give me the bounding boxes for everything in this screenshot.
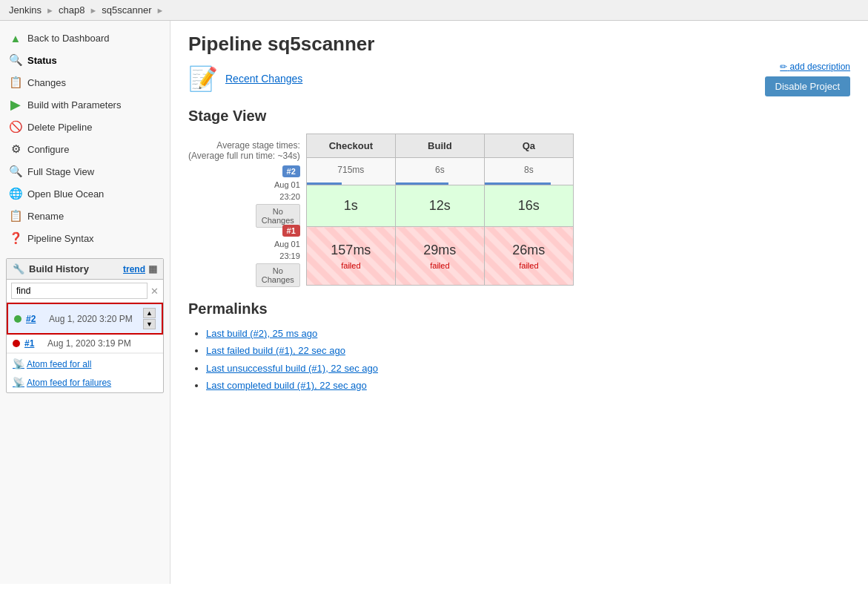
- disable-project-button[interactable]: Disable Project: [765, 76, 850, 96]
- atom-feed-all-link[interactable]: 📡 Atom feed for all: [13, 358, 91, 369]
- build-history-panel: 🔧 Build History trend ▦ ✕ #2 Aug 1, 2020…: [6, 258, 164, 393]
- sidebar-label-status: Status: [27, 55, 57, 66]
- build-arrow-up-2[interactable]: ▲: [143, 308, 156, 318]
- clear-find-icon[interactable]: ✕: [150, 286, 159, 297]
- stage-col-checkout: Checkout: [306, 134, 395, 158]
- notepad-icon: 📝: [188, 65, 218, 93]
- build-status-dot-2: [14, 315, 21, 323]
- build-status-dot-1: [13, 340, 20, 347]
- trend-link[interactable]: trend: [123, 264, 145, 274]
- avg-full-run: (Average full run time: ~34s): [188, 151, 300, 161]
- sidebar-item-configure[interactable]: ⚙ Configure: [0, 138, 170, 160]
- breadcrumb-bar: Jenkins ► chap8 ► sq5scanner ►: [0, 0, 868, 21]
- build1-qa-failed: failed: [497, 261, 561, 270]
- build2-checkout-cell[interactable]: 1s: [306, 185, 395, 227]
- build-arrow-down-2[interactable]: ▼: [143, 319, 156, 329]
- build1-time: 23:19: [279, 251, 300, 260]
- build-num-link-1[interactable]: #1: [24, 338, 43, 349]
- build1-no-changes: NoChanges: [256, 263, 300, 287]
- stage-col-build: Build: [395, 134, 484, 158]
- atom-all-label: Atom feed for all: [27, 359, 91, 369]
- build-history-icon: 🔧: [13, 263, 24, 274]
- build1-info-cell: #1 Aug 01 23:19 NoChanges: [188, 226, 306, 286]
- breadcrumb-sq5scanner[interactable]: sq5scanner: [102, 4, 151, 16]
- stage-table: Checkout Build Qa 715ms 6s: [306, 134, 574, 286]
- avg-checkout: 715ms: [306, 158, 395, 185]
- build2-info-cell: #2 Aug 01 23:20 NoChanges: [188, 167, 306, 226]
- atom-all-icon: 📡: [13, 358, 24, 369]
- build1-checkout-failed: failed: [319, 261, 383, 270]
- build2-qa-cell[interactable]: 16s: [484, 185, 573, 227]
- full-stage-icon: 🔍: [9, 165, 22, 178]
- changes-icon: 📋: [9, 76, 22, 89]
- stage-left-info: Average stage times: (Average full run t…: [188, 134, 306, 286]
- build-date-1: Aug 1, 2020 3:19 PM: [47, 338, 157, 349]
- find-input[interactable]: [11, 283, 148, 299]
- build1-checkout-val: 157ms: [331, 243, 371, 257]
- build2-checkout-val: 1s: [344, 198, 358, 213]
- build2-time: 23:20: [279, 192, 300, 201]
- breadcrumb-sep-1: ►: [46, 6, 54, 15]
- recent-changes-link[interactable]: Recent Changes: [225, 73, 302, 85]
- sidebar-item-full-stage-view[interactable]: 🔍 Full Stage View: [0, 160, 170, 182]
- build2-build-cell[interactable]: 12s: [395, 185, 484, 227]
- permalinks-list: Last build (#2), 25 ms ago Last failed b…: [188, 325, 850, 395]
- sidebar-item-rename[interactable]: 📋 Rename: [0, 205, 170, 227]
- stage-view-container: Average stage times: (Average full run t…: [188, 134, 850, 286]
- home-icon: ▲: [9, 31, 22, 45]
- atom-failures-label: Atom feed for failures: [27, 378, 111, 388]
- sidebar-item-pipeline-syntax[interactable]: ❓ Pipeline Syntax: [0, 227, 170, 249]
- build-icon: ▶: [9, 98, 22, 111]
- add-description-label: add description: [790, 62, 850, 72]
- build2-tag: #2: [282, 165, 300, 177]
- stage-view-title: Stage View: [188, 108, 850, 125]
- pipeline-syntax-icon: ❓: [9, 231, 22, 245]
- build1-qa-val: 26ms: [512, 243, 545, 257]
- breadcrumb-chap8[interactable]: chap8: [59, 4, 85, 16]
- sidebar-item-delete-pipeline[interactable]: 🚫 Delete Pipeline: [0, 116, 170, 138]
- permalink-link-2[interactable]: Last unsuccessful build (#1), 22 sec ago: [206, 363, 378, 374]
- delete-icon: 🚫: [9, 120, 22, 134]
- sidebar-label-back-to-dashboard: Back to Dashboard: [27, 33, 110, 44]
- avg-qa: 8s: [484, 158, 573, 185]
- permalink-link-0[interactable]: Last build (#2), 25 ms ago: [206, 328, 317, 339]
- build2-date: Aug 01: [274, 180, 300, 189]
- build-list-item[interactable]: #2 Aug 1, 2020 3:20 PM ▲ ▼: [7, 303, 163, 335]
- sidebar-label-pipeline-syntax: Pipeline Syntax: [27, 233, 94, 244]
- grid-icon: ▦: [148, 263, 157, 274]
- sidebar-item-status[interactable]: 🔍 Status: [0, 49, 170, 71]
- breadcrumb-jenkins[interactable]: Jenkins: [9, 4, 42, 16]
- add-description-link[interactable]: ✏ add description: [780, 62, 850, 72]
- permalink-item-2: Last unsuccessful build (#1), 22 sec ago: [206, 360, 850, 377]
- build1-qa-cell[interactable]: 26ms failed: [484, 227, 573, 286]
- build-list-item[interactable]: #1 Aug 1, 2020 3:19 PM: [7, 335, 163, 353]
- avg-build: 6s: [395, 158, 484, 185]
- top-right-actions: ✏ add description Disable Project: [765, 62, 850, 96]
- build-num-link-2[interactable]: #2: [26, 314, 44, 324]
- build-arrows-2: ▲ ▼: [143, 308, 156, 329]
- build2-qa-val: 16s: [518, 198, 540, 213]
- permalink-item-1: Last failed build (#1), 22 sec ago: [206, 342, 850, 359]
- build1-checkout-cell[interactable]: 157ms failed: [306, 227, 395, 286]
- sidebar-item-back-to-dashboard[interactable]: ▲ Back to Dashboard: [0, 27, 170, 49]
- atom-feed-failures-link[interactable]: 📡 Atom feed for failures: [13, 377, 111, 388]
- build1-build-cell[interactable]: 29ms failed: [395, 227, 484, 286]
- stage-col-qa: Qa: [484, 134, 573, 158]
- breadcrumb-sep-3: ►: [156, 6, 165, 15]
- permalink-link-1[interactable]: Last failed build (#1), 22 sec ago: [206, 345, 345, 356]
- build1-build-val: 29ms: [423, 243, 456, 257]
- permalink-link-3[interactable]: Last completed build (#1), 22 sec ago: [206, 380, 367, 391]
- sidebar-item-changes[interactable]: 📋 Changes: [0, 71, 170, 93]
- sidebar-label-changes: Changes: [27, 77, 66, 88]
- main-content: ✏ add description Disable Project Pipeli…: [170, 21, 868, 584]
- avg-qa-val: 8s: [524, 165, 534, 175]
- rename-icon: 📋: [9, 209, 22, 223]
- sidebar-item-build-with-parameters[interactable]: ▶ Build with Parameters: [0, 93, 170, 116]
- sidebar-label-full-stage-view: Full Stage View: [27, 166, 94, 177]
- build-date-2: Aug 1, 2020 3:20 PM: [49, 314, 139, 324]
- sidebar-label-open-blue-ocean: Open Blue Ocean: [27, 188, 104, 200]
- sidebar: ▲ Back to Dashboard 🔍 Status 📋 Changes ▶…: [0, 21, 170, 584]
- avg-label-cell: Average stage times: (Average full run t…: [188, 134, 306, 167]
- page-title: Pipeline sq5scanner: [188, 33, 850, 56]
- sidebar-item-open-blue-ocean[interactable]: 🌐 Open Blue Ocean: [0, 182, 170, 205]
